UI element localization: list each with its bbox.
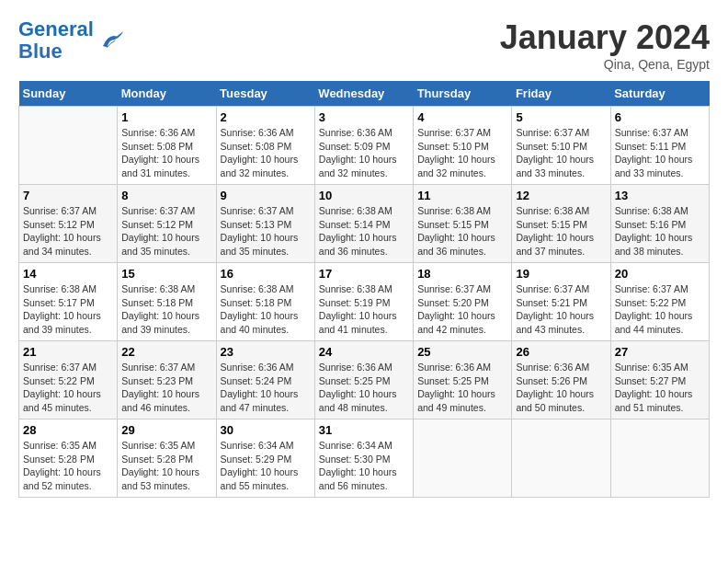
day-info: Sunrise: 6:38 AMSunset: 5:18 PMDaylight:… bbox=[121, 282, 211, 337]
day-number: 3 bbox=[319, 110, 409, 124]
calendar-cell: 16Sunrise: 6:38 AMSunset: 5:18 PMDayligh… bbox=[216, 263, 314, 341]
calendar-cell bbox=[414, 419, 512, 498]
calendar-cell: 17Sunrise: 6:38 AMSunset: 5:19 PMDayligh… bbox=[314, 263, 413, 341]
day-number: 2 bbox=[221, 110, 311, 124]
location-text: Qina, Qena, Egypt bbox=[500, 57, 710, 72]
calendar-cell: 24Sunrise: 6:36 AMSunset: 5:25 PMDayligh… bbox=[314, 341, 413, 419]
day-number: 25 bbox=[417, 345, 507, 359]
day-number: 23 bbox=[221, 345, 311, 359]
calendar-cell: 14Sunrise: 6:38 AMSunset: 5:17 PMDayligh… bbox=[19, 263, 118, 341]
day-info: Sunrise: 6:36 AMSunset: 5:25 PMDaylight:… bbox=[417, 361, 507, 415]
calendar-cell: 30Sunrise: 6:34 AMSunset: 5:29 PMDayligh… bbox=[216, 419, 314, 498]
day-info: Sunrise: 6:36 AMSunset: 5:24 PMDaylight:… bbox=[221, 361, 311, 415]
day-info: Sunrise: 6:36 AMSunset: 5:08 PMDaylight:… bbox=[221, 126, 311, 180]
day-number: 26 bbox=[516, 345, 606, 359]
day-info: Sunrise: 6:37 AMSunset: 5:11 PMDaylight:… bbox=[615, 126, 705, 180]
day-info: Sunrise: 6:37 AMSunset: 5:22 PMDaylight:… bbox=[615, 282, 705, 337]
calendar-cell: 23Sunrise: 6:36 AMSunset: 5:24 PMDayligh… bbox=[216, 341, 314, 419]
day-number: 7 bbox=[23, 189, 113, 202]
day-info: Sunrise: 6:35 AMSunset: 5:28 PMDaylight:… bbox=[23, 439, 113, 493]
day-of-week-header: Thursday bbox=[414, 81, 512, 107]
day-number: 27 bbox=[615, 345, 705, 359]
calendar-cell: 26Sunrise: 6:36 AMSunset: 5:26 PMDayligh… bbox=[512, 341, 610, 419]
day-number: 21 bbox=[23, 345, 113, 359]
calendar-cell: 29Sunrise: 6:35 AMSunset: 5:28 PMDayligh… bbox=[118, 419, 216, 498]
page-header: GeneralBlue January 2024 Qina, Qena, Egy… bbox=[18, 18, 710, 72]
day-info: Sunrise: 6:37 AMSunset: 5:20 PMDaylight:… bbox=[417, 282, 507, 337]
calendar-week-row: 28Sunrise: 6:35 AMSunset: 5:28 PMDayligh… bbox=[19, 419, 710, 498]
day-of-week-header: Tuesday bbox=[216, 81, 314, 107]
day-info: Sunrise: 6:36 AMSunset: 5:08 PMDaylight:… bbox=[121, 126, 211, 180]
day-info: Sunrise: 6:38 AMSunset: 5:15 PMDaylight:… bbox=[417, 204, 507, 259]
calendar-cell: 21Sunrise: 6:37 AMSunset: 5:22 PMDayligh… bbox=[19, 341, 118, 419]
calendar-cell: 22Sunrise: 6:37 AMSunset: 5:23 PMDayligh… bbox=[118, 341, 216, 419]
calendar-cell: 31Sunrise: 6:34 AMSunset: 5:30 PMDayligh… bbox=[314, 419, 413, 498]
day-info: Sunrise: 6:36 AMSunset: 5:25 PMDaylight:… bbox=[319, 361, 409, 415]
day-number: 31 bbox=[319, 423, 409, 437]
calendar-cell: 11Sunrise: 6:38 AMSunset: 5:15 PMDayligh… bbox=[414, 185, 512, 263]
day-info: Sunrise: 6:35 AMSunset: 5:28 PMDaylight:… bbox=[121, 439, 211, 493]
day-info: Sunrise: 6:34 AMSunset: 5:29 PMDaylight:… bbox=[221, 439, 311, 493]
calendar-cell: 25Sunrise: 6:36 AMSunset: 5:25 PMDayligh… bbox=[414, 341, 512, 419]
day-number: 12 bbox=[516, 189, 606, 202]
day-info: Sunrise: 6:37 AMSunset: 5:10 PMDaylight:… bbox=[417, 126, 507, 180]
day-number: 15 bbox=[121, 267, 211, 281]
calendar-cell: 13Sunrise: 6:38 AMSunset: 5:16 PMDayligh… bbox=[610, 185, 709, 263]
day-of-week-header: Sunday bbox=[19, 81, 118, 107]
logo-text: GeneralBlue bbox=[18, 18, 94, 63]
day-number: 17 bbox=[319, 267, 409, 281]
day-info: Sunrise: 6:38 AMSunset: 5:15 PMDaylight:… bbox=[516, 204, 606, 259]
calendar-week-row: 21Sunrise: 6:37 AMSunset: 5:22 PMDayligh… bbox=[19, 341, 710, 419]
day-info: Sunrise: 6:36 AMSunset: 5:09 PMDaylight:… bbox=[319, 126, 409, 180]
calendar-cell: 2Sunrise: 6:36 AMSunset: 5:08 PMDaylight… bbox=[216, 107, 314, 185]
day-number: 11 bbox=[417, 189, 507, 202]
day-info: Sunrise: 6:37 AMSunset: 5:23 PMDaylight:… bbox=[121, 361, 211, 415]
calendar-cell: 15Sunrise: 6:38 AMSunset: 5:18 PMDayligh… bbox=[118, 263, 216, 341]
day-info: Sunrise: 6:34 AMSunset: 5:30 PMDaylight:… bbox=[319, 439, 409, 493]
calendar-week-row: 14Sunrise: 6:38 AMSunset: 5:17 PMDayligh… bbox=[19, 263, 710, 341]
calendar-cell: 4Sunrise: 6:37 AMSunset: 5:10 PMDaylight… bbox=[414, 107, 512, 185]
calendar-cell: 5Sunrise: 6:37 AMSunset: 5:10 PMDaylight… bbox=[512, 107, 610, 185]
logo: GeneralBlue bbox=[18, 18, 125, 63]
day-of-week-header: Monday bbox=[118, 81, 216, 107]
day-number: 29 bbox=[121, 423, 211, 437]
day-info: Sunrise: 6:38 AMSunset: 5:16 PMDaylight:… bbox=[615, 204, 705, 259]
day-info: Sunrise: 6:37 AMSunset: 5:10 PMDaylight:… bbox=[516, 126, 606, 180]
calendar-cell: 10Sunrise: 6:38 AMSunset: 5:14 PMDayligh… bbox=[314, 185, 413, 263]
day-info: Sunrise: 6:37 AMSunset: 5:21 PMDaylight:… bbox=[516, 282, 606, 337]
day-info: Sunrise: 6:38 AMSunset: 5:19 PMDaylight:… bbox=[319, 282, 409, 337]
calendar-cell: 3Sunrise: 6:36 AMSunset: 5:09 PMDaylight… bbox=[314, 107, 413, 185]
calendar-cell bbox=[610, 419, 709, 498]
day-of-week-header: Wednesday bbox=[314, 81, 413, 107]
calendar-cell: 9Sunrise: 6:37 AMSunset: 5:13 PMDaylight… bbox=[216, 185, 314, 263]
day-info: Sunrise: 6:38 AMSunset: 5:18 PMDaylight:… bbox=[221, 282, 311, 337]
day-of-week-header: Friday bbox=[512, 81, 610, 107]
logo-bird-icon bbox=[97, 27, 125, 54]
day-number: 4 bbox=[417, 110, 507, 124]
day-info: Sunrise: 6:37 AMSunset: 5:13 PMDaylight:… bbox=[221, 204, 311, 259]
day-number: 1 bbox=[121, 110, 211, 124]
calendar-week-row: 7Sunrise: 6:37 AMSunset: 5:12 PMDaylight… bbox=[19, 185, 710, 263]
calendar-cell: 7Sunrise: 6:37 AMSunset: 5:12 PMDaylight… bbox=[19, 185, 118, 263]
day-info: Sunrise: 6:37 AMSunset: 5:12 PMDaylight:… bbox=[121, 204, 211, 259]
calendar-cell: 12Sunrise: 6:38 AMSunset: 5:15 PMDayligh… bbox=[512, 185, 610, 263]
calendar-body: 1Sunrise: 6:36 AMSunset: 5:08 PMDaylight… bbox=[19, 107, 710, 498]
days-of-week-row: SundayMondayTuesdayWednesdayThursdayFrid… bbox=[19, 81, 710, 107]
day-of-week-header: Saturday bbox=[610, 81, 709, 107]
day-number: 20 bbox=[615, 267, 705, 281]
day-number: 19 bbox=[516, 267, 606, 281]
day-info: Sunrise: 6:36 AMSunset: 5:26 PMDaylight:… bbox=[516, 361, 606, 415]
day-info: Sunrise: 6:38 AMSunset: 5:14 PMDaylight:… bbox=[319, 204, 409, 259]
calendar-cell: 20Sunrise: 6:37 AMSunset: 5:22 PMDayligh… bbox=[610, 263, 709, 341]
day-number: 9 bbox=[221, 189, 311, 202]
calendar-week-row: 1Sunrise: 6:36 AMSunset: 5:08 PMDaylight… bbox=[19, 107, 710, 185]
day-info: Sunrise: 6:35 AMSunset: 5:27 PMDaylight:… bbox=[615, 361, 705, 415]
calendar-cell: 1Sunrise: 6:36 AMSunset: 5:08 PMDaylight… bbox=[118, 107, 216, 185]
calendar-cell: 18Sunrise: 6:37 AMSunset: 5:20 PMDayligh… bbox=[414, 263, 512, 341]
calendar-table: SundayMondayTuesdayWednesdayThursdayFrid… bbox=[18, 81, 710, 498]
day-number: 24 bbox=[319, 345, 409, 359]
day-number: 22 bbox=[121, 345, 211, 359]
day-number: 16 bbox=[221, 267, 311, 281]
day-number: 14 bbox=[23, 267, 113, 281]
day-info: Sunrise: 6:37 AMSunset: 5:22 PMDaylight:… bbox=[23, 361, 113, 415]
